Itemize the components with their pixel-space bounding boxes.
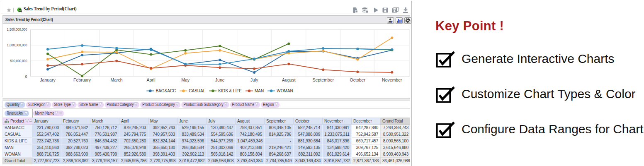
svg-text:KIDS & LIFE: KIDS & LIFE xyxy=(218,89,242,93)
svg-text:CASUAL: CASUAL xyxy=(189,89,205,93)
svg-text:January: January xyxy=(40,77,56,82)
svg-text:May: May xyxy=(181,77,190,82)
svg-text:March: March xyxy=(111,77,123,82)
svg-text:500,000,000: 500,000,000 xyxy=(10,59,27,63)
svg-text:July: July xyxy=(250,77,258,82)
svg-text:WOMAN: WOMAN xyxy=(277,89,293,93)
svg-text:June: June xyxy=(215,77,225,82)
svg-text:MAN: MAN xyxy=(255,89,264,93)
svg-text:October: October xyxy=(350,77,366,82)
svg-text:0: 0 xyxy=(25,75,27,79)
svg-text:August: August xyxy=(282,77,296,82)
svg-text:February: February xyxy=(73,77,91,82)
svg-text:September: September xyxy=(313,77,334,82)
svg-text:1,000,000,000: 1,000,000,000 xyxy=(7,43,27,47)
svg-text:1,500,000,000: 1,500,000,000 xyxy=(7,27,27,31)
svg-text:BAG&ACC: BAG&ACC xyxy=(156,89,176,93)
svg-text:April: April xyxy=(147,77,156,82)
svg-text:November: November xyxy=(382,77,402,82)
